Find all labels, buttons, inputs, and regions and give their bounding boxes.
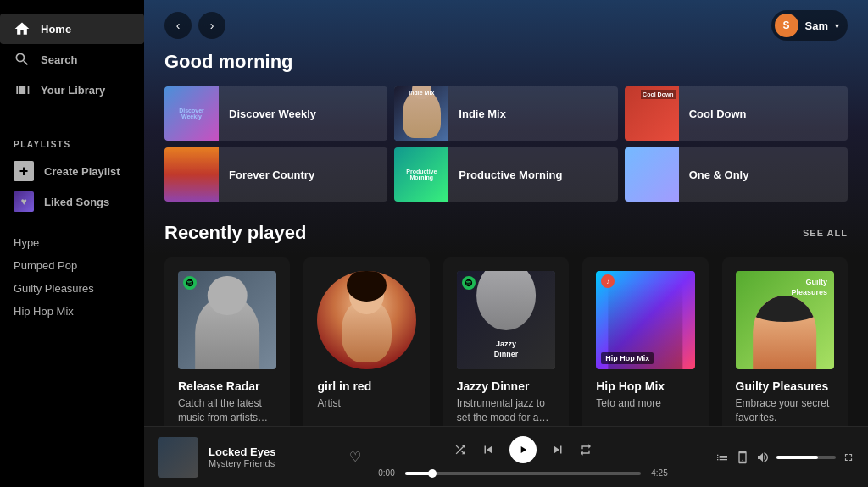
guilty-pleasures-desc: Embrace your secret favorites. [736,396,834,425]
quick-play-card-productive[interactable]: ProductiveMorning Productive Morning [394,147,617,202]
jazzy-dinner-thumb: JazzyDinner [457,271,555,369]
player-thumb [158,437,198,478]
player-track-info: Locked Eyes Mystery Friends ♡ [158,437,361,478]
sidebar-nav: Home Search Your Library [0,7,144,112]
next-button[interactable] [550,442,565,457]
search-icon [14,51,31,68]
previous-button[interactable] [481,442,496,457]
recently-card-guilty[interactable]: GuiltyPleasures Guilty Pleasures Embrace… [722,257,848,426]
volume-bar[interactable] [776,456,836,459]
player-controls: 0:00 4:25 [375,436,671,478]
recently-card-release-radar[interactable]: Release Radar Catch all the latest music… [164,257,290,426]
top-bar: ‹ › S Sam ▾ [144,0,868,51]
library-label: Your Library [41,84,105,97]
hiphop-mix-title: Hip Hop Mix [596,379,694,393]
release-radar-desc: Catch all the latest music from artists … [178,396,276,425]
devices-button[interactable] [736,451,749,464]
quick-play-card-cool[interactable]: Cool Down Cool Down [625,86,848,141]
recently-played-title: Recently played [164,222,307,244]
playlist-list: Hype Pumped Pop Guilty Pleasures Hip Hop… [0,224,144,323]
recently-card-hiphop[interactable]: Hip Hop Mix ♪ Hip Hop Mix Teto and more [582,257,708,426]
forward-button[interactable]: › [198,12,225,39]
user-menu[interactable]: S Sam ▾ [771,10,848,41]
forever-country-thumb [164,147,219,202]
queue-button[interactable] [715,451,729,464]
player-right-controls [685,451,854,464]
current-time: 0:00 [375,468,398,478]
playlist-hiphop-label: Hip Hop Mix [14,305,74,318]
playlist-hype-label: Hype [14,236,39,249]
girl-in-red-thumb [317,271,415,369]
play-pause-button[interactable] [509,436,537,463]
sidebar-item-hype[interactable]: Hype [0,231,144,254]
hiphop-mix-thumb: Hip Hop Mix ♪ [596,271,694,369]
sidebar: Home Search Your Library PL [0,0,144,487]
player-track-text: Locked Eyes Mystery Friends [209,445,339,468]
avatar: S [775,14,798,37]
main-content: ‹ › S Sam ▾ Good morning Discov [144,0,868,426]
sidebar-divider [14,119,131,119]
productive-morning-thumb: ProductiveMorning [394,147,448,202]
release-radar-thumb [178,271,276,369]
jazzy-dinner-title: Jazzy Dinner [457,379,555,393]
nav-buttons: ‹ › [164,12,225,39]
home-icon [14,20,31,37]
progress-bar-container: 0:00 4:25 [375,468,671,478]
fullscreen-button[interactable] [843,451,854,463]
guilty-pleasures-thumb: GuiltyPleasures [736,271,834,369]
library-icon [14,81,31,98]
quick-play-card-one[interactable]: One & Only [625,147,848,202]
bottom-player: Locked Eyes Mystery Friends ♡ [144,426,868,487]
playlist-guilty-label: Guilty Pleasures [14,282,94,295]
cool-down-title: Cool Down [689,108,848,120]
quick-play-card-discover[interactable]: Discover Weekly Discover Weekly [164,86,387,141]
sidebar-item-library[interactable]: Your Library [0,75,144,105]
volume-fill [776,456,818,459]
spotify-logo [183,276,197,290]
back-button[interactable]: ‹ [164,12,192,39]
forever-country-title: Forever Country [229,169,387,181]
repeat-button[interactable] [579,443,593,457]
recently-card-girl-in-red[interactable]: girl in red Artist [303,257,429,426]
recently-card-jazzy[interactable]: JazzyDinner Jazzy Dinner Instrumental ja… [443,257,569,426]
search-label: Search [41,53,77,66]
productive-morning-title: Productive Morning [459,169,617,181]
total-time: 4:25 [648,468,671,478]
hiphop-label: Hip Hop Mix [601,352,654,364]
sidebar-item-home[interactable]: Home [0,14,144,44]
sidebar-item-pumped-pop[interactable]: Pumped Pop [0,254,144,277]
create-playlist-button[interactable]: + Create Playlist [0,156,144,186]
progress-bar[interactable] [405,472,641,475]
one-only-title: One & Only [689,169,848,181]
liked-songs-button[interactable]: ♥ Liked Songs [0,186,144,217]
player-artist-name: Mystery Friends [209,458,339,468]
quick-play-card-forever[interactable]: Forever Country [164,147,387,202]
quick-play-card-indie[interactable]: Indie Mix Indie Mix [394,86,617,141]
plus-icon: + [14,161,34,181]
volume-button[interactable] [756,451,770,464]
girl-in-red-title: girl in red [317,379,415,393]
recently-played-grid: Release Radar Catch all the latest music… [144,257,868,426]
see-all-button[interactable]: SEE ALL [803,228,848,238]
progress-dot [428,469,437,478]
liked-songs-label: Liked Songs [44,196,109,208]
home-label: Home [41,23,71,36]
sidebar-item-guilty-pleasures[interactable]: Guilty Pleasures [0,277,144,300]
progress-fill [405,472,433,475]
guilty-pleasures-title: Guilty Pleasures [736,379,834,393]
player-buttons [453,436,593,463]
girl-in-red-desc: Artist [317,396,415,411]
indie-mix-title: Indie Mix [459,108,617,120]
like-button[interactable]: ♡ [349,449,361,465]
shuffle-button[interactable] [453,443,467,457]
one-only-thumb [625,147,679,202]
sidebar-item-hiphop-mix[interactable]: Hip Hop Mix [0,300,144,323]
heart-icon: ♥ [14,191,34,212]
indie-mix-thumb: Indie Mix [394,86,448,141]
user-name: Sam [805,19,828,32]
recently-played-header: Recently played SEE ALL [144,222,868,257]
playlists-label: PLAYLISTS [0,126,144,156]
sidebar-item-search[interactable]: Search [0,44,144,75]
cool-down-thumb: Cool Down [625,86,679,141]
chevron-down-icon: ▾ [835,21,839,30]
